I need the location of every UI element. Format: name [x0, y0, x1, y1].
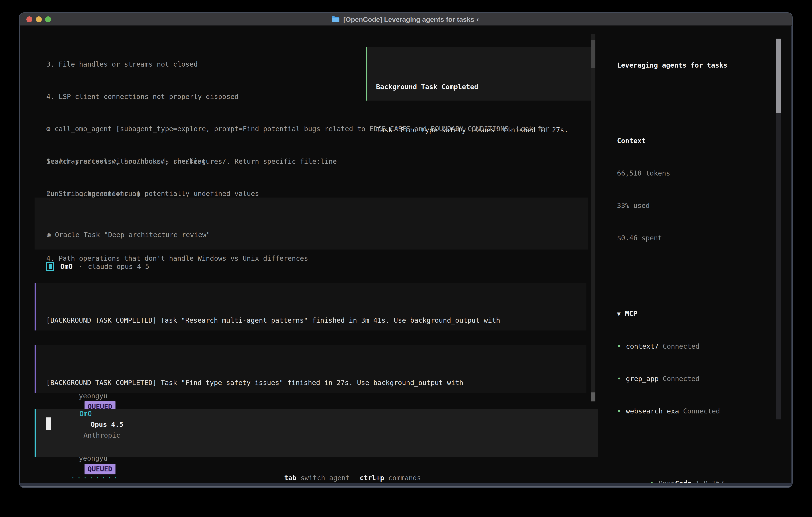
status-dot-icon: • — [650, 479, 654, 483]
commands-key-hint: ctrl+p — [360, 474, 384, 482]
terminal-content: 3. File handles or streams not closed 4.… — [20, 26, 791, 483]
context-used: 33% used — [617, 200, 777, 211]
oracle-task-box[interactable]: ◉ Oracle Task "Deep architecture review"… — [35, 197, 588, 249]
agent-header: OmO · claude-opus-4-5 — [46, 261, 149, 272]
window-title-text: [OpenCode] Leveraging agents for tasks ◐ — [343, 13, 480, 26]
oracle-task-title: ◉ Oracle Task "Deep architecture review" — [47, 229, 588, 240]
background-task-toast[interactable]: Background Task Completed Task "Find typ… — [366, 47, 593, 101]
context-tokens: 66,518 tokens — [617, 168, 777, 179]
status-dot-icon: • — [617, 375, 621, 383]
input-agent-name: OmO — [80, 410, 92, 418]
sidebar: Leveraging agents for tasks Context 66,5… — [606, 26, 791, 483]
close-button[interactable] — [26, 17, 32, 22]
mcp-section-header[interactable]: ▼MCP — [617, 308, 777, 319]
app-window: [OpenCode] Leveraging agents for tasks ◐… — [19, 12, 793, 488]
tool-call-line: ⚙ call_omo_agent [subagent_type=explore,… — [46, 124, 549, 134]
oracle-icon: ◉ — [47, 231, 51, 239]
traffic-lights — [26, 17, 51, 22]
input-provider: Anthropic — [84, 431, 120, 439]
scrollbar-thumb[interactable] — [591, 40, 596, 68]
agent-name: OmO — [60, 261, 72, 272]
mcp-item: •context7 Connected — [617, 341, 777, 352]
toast-title: Background Task Completed — [376, 81, 583, 92]
status-bar-right: tab switch agentctrl+p commands — [252, 462, 421, 483]
mcp-item: •grep_app Connected — [617, 373, 777, 384]
app-version: •OpenCode 1.0.163 — [617, 467, 724, 483]
scrollbar-thumb[interactable] — [776, 38, 781, 113]
zoom-button[interactable] — [45, 17, 51, 22]
folder-icon — [331, 16, 340, 23]
mcp-item: •websearch_exa Connected — [617, 406, 777, 416]
tab-key-hint: tab — [284, 474, 296, 482]
gear-icon: ⚙ — [46, 125, 50, 133]
task-message: [BACKGROUND TASK COMPLETED] Task "Find t… — [35, 345, 586, 393]
tool-call-line: 2. String operations on potentially unde… — [46, 188, 549, 199]
scrollbar-thumb[interactable] — [591, 392, 596, 401]
scrollback-line: 3. File handles or streams not closed — [46, 59, 337, 70]
tool-call-line: 1. Array access without bounds checking — [46, 156, 549, 166]
sidebar-scrollbar[interactable] — [776, 38, 781, 419]
spinner-dots-icon: ········ — [71, 474, 120, 482]
status-dot-icon: • — [617, 407, 621, 415]
status-bar: ········ esc interrupt tab switch agentc… — [46, 462, 594, 472]
omo-agent-icon — [46, 262, 54, 271]
chevron-down-icon: ▼ — [617, 310, 620, 317]
chat-scrollbar[interactable] — [591, 34, 596, 402]
task-message: [BACKGROUND TASK COMPLETED] Task "Resear… — [35, 283, 586, 330]
input-model: Opus 4.5 — [91, 420, 123, 429]
title-bar: [OpenCode] Leveraging agents for tasks ◐ — [20, 13, 792, 26]
input-meta: OmO Opus 4.5 Anthropic — [47, 398, 123, 452]
prompt-input[interactable]: OmO Opus 4.5 Anthropic — [35, 409, 598, 457]
tab-key-label: switch agent — [296, 474, 350, 482]
agent-model: claude-opus-4-5 — [88, 261, 149, 272]
status-dot-icon: • — [617, 342, 621, 350]
minimize-button[interactable] — [36, 17, 42, 22]
task-message-line: [BACKGROUND TASK COMPLETED] Task "Resear… — [46, 315, 586, 326]
window-title: [OpenCode] Leveraging agents for tasks ◐ — [331, 13, 480, 26]
context-spent: $0.46 spent — [617, 233, 777, 243]
context-heading: Context — [617, 135, 777, 146]
session-title: Leveraging agents for tasks — [617, 60, 777, 71]
scrollback-line: 4. LSP client connections not properly d… — [46, 91, 337, 102]
separator-dot: · — [78, 261, 82, 272]
task-message-line: [BACKGROUND TASK COMPLETED] Task "Find t… — [46, 377, 586, 388]
commands-key-label: commands — [384, 474, 421, 482]
